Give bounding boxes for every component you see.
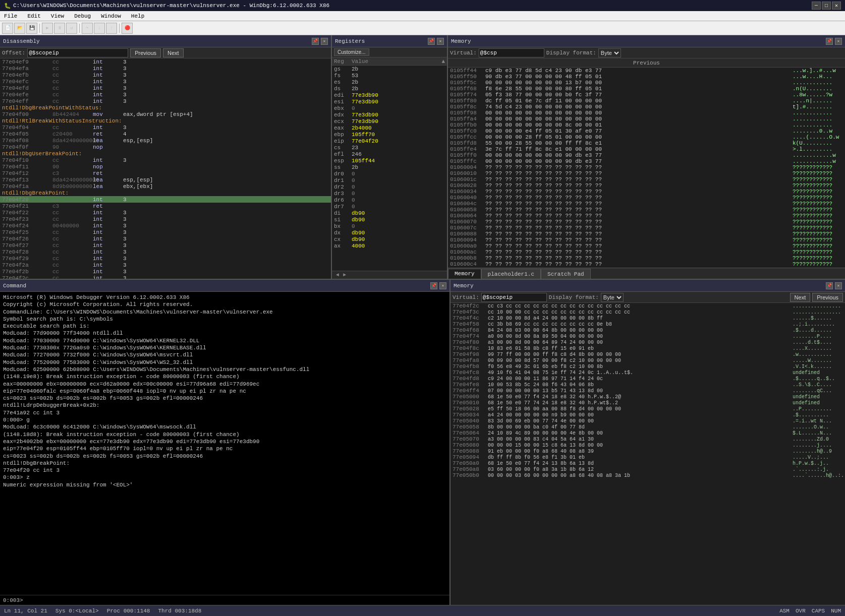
mem-bottom-virtual-input[interactable] <box>481 293 547 302</box>
toolbar-new[interactable]: 📄 <box>2 23 13 34</box>
register-row: dr10 <box>332 177 447 183</box>
disasm-row: 77e04f26ccint3 <box>0 235 331 242</box>
command-line: eax=00000000 ebx=00000000 ecx=d62a0000 e… <box>3 381 446 388</box>
toolbar-bp[interactable]: 🔴 <box>122 23 133 34</box>
close-btn[interactable]: ✕ <box>832 2 841 10</box>
toolbar-open[interactable]: 📂 <box>14 23 25 34</box>
memory-tab-2[interactable]: Scratch Pad <box>541 269 591 279</box>
customize-btn[interactable]: Customize... <box>334 48 369 56</box>
register-row: ds2b <box>332 85 447 92</box>
memory-bottom-row: 77e050a803 60 00 00 00 f0 a8 3a 1b 8b 6a… <box>450 466 845 472</box>
menu-window[interactable]: Window <box>99 13 123 19</box>
toolbar-stepinto[interactable]: ↓ <box>94 23 105 34</box>
mem-bottom-next-btn[interactable]: Next <box>790 293 811 302</box>
disasm-row: ntdll!RtlBreakWithStatusInstruction: <box>0 117 331 124</box>
command-line: ModLoad: 77270000 7732f000 C:\Windows\Sy… <box>3 351 446 358</box>
menu-help[interactable]: Help <box>129 13 146 19</box>
memory-bottom-row: 77e04f9899 77 ff 00 00 00 ff f8 c8 d4 8b… <box>450 351 845 357</box>
memory-top-prev-nav: Previous <box>448 58 845 68</box>
command-input[interactable] <box>23 597 446 603</box>
disasm-next-btn[interactable]: Next <box>163 48 184 57</box>
memory-top-header: Memory 📌 ✕ <box>448 35 845 47</box>
maximize-btn[interactable]: □ <box>822 2 831 10</box>
menu-edit[interactable]: Edit <box>25 13 42 19</box>
window-controls[interactable]: ─ □ ✕ <box>812 2 841 10</box>
toolbar-save[interactable]: 💾 <box>26 23 37 34</box>
disasm-row: 77e04f23ccint3 <box>0 216 331 222</box>
mem-format-select[interactable]: Byte <box>598 48 621 57</box>
command-line: ntdll!LdrpDebuggerBreak+0x2b: <box>3 402 446 409</box>
toolbar-stepover[interactable]: ↷ <box>82 23 93 34</box>
disasm-row: 77e04f12c3ret <box>0 170 331 176</box>
memory-bottom-row: 77e04f6884 24 08 03 00 00 64 8b 00 00 00… <box>450 327 845 333</box>
register-row: eip77e04f20 <box>332 138 447 144</box>
disassembly-title: Disassembly <box>3 38 40 44</box>
memory-row: 0105ff68f8 6e 28 55 00 00 00 00 80 ff 05… <box>448 86 845 92</box>
command-line: ModLoad: 6c3c0000 6c412000 C:\Windows\Sy… <box>3 423 446 430</box>
registers-content: gs2bfs53es2bds2bedi77e3db90esi77e3db90eb… <box>332 66 447 271</box>
offset-input[interactable] <box>27 48 128 57</box>
memory-top-close-icon[interactable]: ✕ <box>835 38 842 45</box>
registers-close-icon[interactable]: ✕ <box>437 38 444 45</box>
minimize-btn[interactable]: ─ <box>812 2 821 10</box>
register-row: dr00 <box>332 170 447 177</box>
menu-debug[interactable]: Debug <box>72 13 93 19</box>
memory-row: 0106001c?? ?? ?? ?? ?? ?? ?? ?? ?? ?? ??… <box>448 176 845 182</box>
memory-tab-0[interactable]: Memory <box>448 269 481 279</box>
val-col-header: Value <box>352 58 368 65</box>
command-line: (1148.19e8): Break instruction exception… <box>3 373 446 380</box>
mem-bottom-prev-btn[interactable]: Previous <box>812 293 843 302</box>
register-row: ebx0 <box>332 105 447 111</box>
command-prompt-area: 0:003> <box>0 595 449 605</box>
memory-tab-1[interactable]: placeholder1.c <box>481 269 541 279</box>
toolbar-stepout[interactable]: ↑ <box>106 23 117 34</box>
memory-top-toolbar: Virtual: Display format: Byte <box>448 47 845 58</box>
command-pin-icon[interactable]: 📌 <box>430 282 437 289</box>
command-line: ModLoad: 77030000 774d0000 C:\Windows\Sy… <box>3 337 446 344</box>
memory-row: 01060028?? ?? ?? ?? ?? ?? ?? ?? ?? ?? ??… <box>448 182 845 189</box>
registers-pin-icon[interactable]: 📌 <box>428 38 435 45</box>
toolbar-go[interactable]: ▶ <box>42 23 53 34</box>
mem-format-label: Display format: <box>546 50 596 56</box>
memory-row: 0105ffa400 00 00 00 00 00 00 00 00 00 00… <box>448 116 845 122</box>
reg-scroll-left[interactable]: ◄ <box>334 272 341 278</box>
menu-view[interactable]: View <box>49 13 66 19</box>
command-line: ModLoad: 77d90000 77f34000 ntdll.dll <box>3 330 446 337</box>
disasm-row: 77e04efcccint3 <box>0 78 331 85</box>
memory-top-prev-label: Previous <box>633 60 660 66</box>
menu-file[interactable]: File <box>2 13 19 19</box>
disasm-row: 77e04ef9ccint3 <box>0 58 331 65</box>
memory-bottom-close-icon[interactable]: ✕ <box>835 282 842 289</box>
memory-row: 0105ff9800 00 00 00 00 00 00 00 00 00 00… <box>448 110 845 116</box>
mem-virtual-input[interactable] <box>479 48 544 57</box>
memory-bottom-pin-icon[interactable]: 📌 <box>826 282 833 289</box>
memory-bottom-row: 77e05028e5 ff 50 18 06 00 aa 00 88 f8 d4… <box>450 406 845 412</box>
reg-scroll-right[interactable]: ► <box>341 272 348 278</box>
toolbar-break[interactable]: ⏸ <box>54 23 65 34</box>
register-row: dr30 <box>332 190 447 197</box>
mem-bottom-format-select[interactable]: Byte <box>601 293 624 302</box>
memory-bottom-row: 77e050b000 00 00 03 60 00 00 00 00 a8 68… <box>450 472 845 478</box>
memory-top-pin-icon[interactable]: 📌 <box>826 38 833 45</box>
disasm-row: ntdll!DbgBreakPoint: <box>0 190 331 196</box>
disassembly-pin-icon[interactable]: 📌 <box>312 38 319 45</box>
register-row: esi77e3db90 <box>332 98 447 105</box>
toolbar-sep-2 <box>79 24 80 33</box>
command-close-icon[interactable]: ✕ <box>439 282 446 289</box>
status-num: NUM <box>831 608 841 614</box>
disasm-row: 77e04f1190nop <box>0 163 331 170</box>
memory-row: 01060034?? ?? ?? ?? ?? ?? ?? ?? ?? ?? ??… <box>448 189 845 195</box>
registers-header: Registers 📌 ✕ <box>332 35 447 47</box>
reg-scroll-up[interactable]: ▲ <box>441 58 445 65</box>
toolbar-restart[interactable]: ↺ <box>66 23 77 34</box>
disasm-prev-btn[interactable]: Previous <box>130 48 161 57</box>
memory-row: 01060004?? ?? ?? ?? ?? ?? ?? ?? ?? ?? ??… <box>448 164 845 170</box>
mem-bottom-virtual-label: Virtual: <box>453 294 479 300</box>
memory-bottom-row: 77e0506424 10 89 4c 89 00 00 00 00 4e 8b… <box>450 430 845 436</box>
main-container: Disassembly 📌 ✕ Offset: Previous Next 77… <box>0 35 845 605</box>
memory-bottom-row: 77e04fc849 10 f6 41 04 08 75 1e ff 74 24… <box>450 369 845 376</box>
memory-bottom-header: Memory 📌 ✕ <box>450 280 845 292</box>
register-row: edx77e3db90 <box>332 111 447 118</box>
disassembly-close-icon[interactable]: ✕ <box>321 38 328 45</box>
register-row: dr60 <box>332 197 447 203</box>
